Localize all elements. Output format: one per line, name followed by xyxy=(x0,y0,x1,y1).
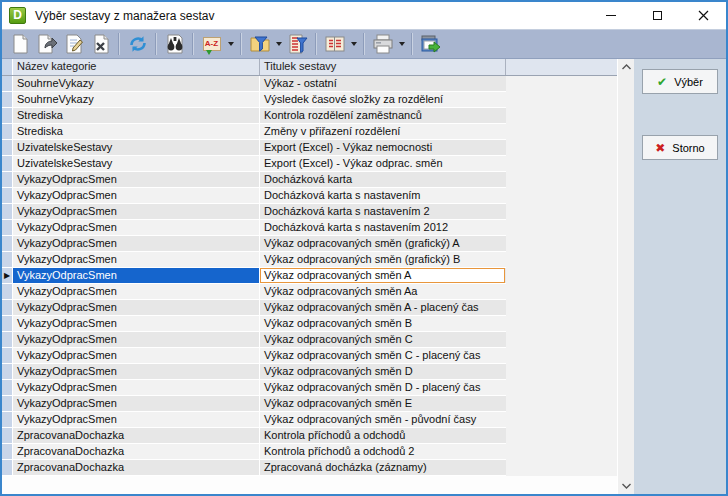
grid-cell-category[interactable]: UzivatelskeSestavy xyxy=(13,156,260,171)
print-dropdown[interactable] xyxy=(396,31,407,57)
table-row[interactable]: ▶ ZpracovanaDochazka Kontrola příchodů a… xyxy=(2,444,506,460)
columns-button[interactable] xyxy=(321,31,348,57)
table-row[interactable]: ▶ VykazyOdpracSmen Výkaz odpracovaných s… xyxy=(2,268,506,284)
grid-cell-title[interactable]: Výkaz odpracovaných směn A - placený čas xyxy=(260,300,505,315)
grid-cell-title[interactable]: Export (Excel) - Výkaz odprac. směn xyxy=(260,156,505,171)
table-row[interactable]: ▶ VykazyOdpracSmen Výkaz odpracovaných s… xyxy=(2,364,506,380)
grid-cell-title[interactable]: Výsledek časové složky za rozdělení xyxy=(260,92,505,107)
table-row[interactable]: ▶ VykazyOdpracSmen Výkaz odpracovaných s… xyxy=(2,412,506,428)
select-button[interactable]: ✔ Výběr xyxy=(642,69,718,94)
table-row[interactable]: ▶ SouhrneVykazy Výsledek časové složky z… xyxy=(2,92,506,108)
table-row[interactable]: ▶ VykazyOdpracSmen Výkaz odpracovaných s… xyxy=(2,380,506,396)
grid-cell-title[interactable]: Výkaz odpracovaných směn A xyxy=(260,268,505,283)
grid-cell-category[interactable]: VykazyOdpracSmen xyxy=(13,412,260,427)
sort-az-dropdown[interactable] xyxy=(225,31,236,57)
columns-dropdown[interactable] xyxy=(348,31,359,57)
grid-cell-title[interactable]: Výkaz odpracovaných směn (grafický) A xyxy=(260,236,505,251)
grid-cell-title[interactable]: Kontrola příchodů a odchodů xyxy=(260,428,505,443)
grid-cell-category[interactable]: VykazyOdpracSmen xyxy=(13,396,260,411)
maximize-button[interactable] xyxy=(634,2,680,29)
table-row[interactable]: ▶ UzivatelskeSestavy Export (Excel) - Vý… xyxy=(2,140,506,156)
find-button[interactable] xyxy=(161,31,188,57)
edit-report-button[interactable] xyxy=(60,31,87,57)
new-report-button[interactable] xyxy=(6,31,33,57)
table-row[interactable]: ▶ VykazyOdpracSmen Výkaz odpracovaných s… xyxy=(2,348,506,364)
grid-cell-category[interactable]: VykazyOdpracSmen xyxy=(13,380,260,395)
grid-cell-category[interactable]: VykazyOdpracSmen xyxy=(13,172,260,187)
grid-cell-category[interactable]: ZpracovanaDochazka xyxy=(13,444,260,459)
table-row[interactable]: ▶ ZpracovanaDochazka Kontrola příchodů a… xyxy=(2,428,506,444)
grid-cell-title[interactable]: Výkaz odpracovaných směn C - placený čas xyxy=(260,348,505,363)
grid-cell-category[interactable]: ZpracovanaDochazka xyxy=(13,460,260,475)
print-button[interactable] xyxy=(369,31,396,57)
grid-cell-title[interactable]: Výkaz odpracovaných směn B xyxy=(260,316,505,331)
grid-cell-category[interactable]: VykazyOdpracSmen xyxy=(13,364,260,379)
grid-cell-category[interactable]: VykazyOdpracSmen xyxy=(13,332,260,347)
column-header-title[interactable]: Titulek sestavy xyxy=(260,59,506,75)
grid-cell-category[interactable]: VykazyOdpracSmen xyxy=(13,268,260,283)
table-row[interactable]: ▶ VykazyOdpracSmen Výkaz odpracovaných s… xyxy=(2,396,506,412)
filter-conditions-button[interactable] xyxy=(284,31,311,57)
grid-cell-title[interactable]: Výkaz odpracovaných směn (grafický) B xyxy=(260,252,505,267)
scroll-down-button[interactable] xyxy=(618,478,635,494)
sort-az-button[interactable]: A-Z xyxy=(198,31,225,57)
table-row[interactable]: ▶ VykazyOdpracSmen Výkaz odpracovaných s… xyxy=(2,332,506,348)
table-row[interactable]: ▶ SouhrneVykazy Výkaz - ostatní xyxy=(2,76,506,92)
grid-cell-title[interactable]: Výkaz odpracovaných směn - původní časy xyxy=(260,412,505,427)
grid-cell-title[interactable]: Kontrola rozdělení zaměstnanců xyxy=(260,108,505,123)
table-row[interactable]: ▶ UzivatelskeSestavy Export (Excel) - Vý… xyxy=(2,156,506,172)
grid-cell-category[interactable]: VykazyOdpracSmen xyxy=(13,316,260,331)
grid-cell-title[interactable]: Docházková karta s nastavením 2012 xyxy=(260,220,505,235)
table-row[interactable]: ▶ VykazyOdpracSmen Výkaz odpracovaných s… xyxy=(2,284,506,300)
table-row[interactable]: ▶ VykazyOdpracSmen Výkaz odpracovaných s… xyxy=(2,236,506,252)
grid-cell-category[interactable]: VykazyOdpracSmen xyxy=(13,252,260,267)
grid-cell-title[interactable]: Změny v přiřazení rozdělení xyxy=(260,124,505,139)
grid-cell-category[interactable]: VykazyOdpracSmen xyxy=(13,220,260,235)
delete-report-button[interactable] xyxy=(87,31,114,57)
table-row[interactable]: ▶ ZpracovanaDochazka Zpracovaná docházka… xyxy=(2,460,506,476)
table-row[interactable]: ▶ VykazyOdpracSmen Docházková karta xyxy=(2,172,506,188)
filter-button[interactable] xyxy=(246,31,273,57)
grid-cell-category[interactable]: SouhrneVykazy xyxy=(13,92,260,107)
column-header-category[interactable]: Název kategorie xyxy=(13,59,260,75)
grid-cell-category[interactable]: VykazyOdpracSmen xyxy=(13,348,260,363)
table-row[interactable]: ▶ VykazyOdpracSmen Výkaz odpracovaných s… xyxy=(2,252,506,268)
grid-cell-category[interactable]: UzivatelskeSestavy xyxy=(13,140,260,155)
close-button[interactable] xyxy=(680,2,726,29)
grid-cell-title[interactable]: Export (Excel) - Výkaz nemocnosti xyxy=(260,140,505,155)
grid-cell-category[interactable]: VykazyOdpracSmen xyxy=(13,284,260,299)
grid-cell-title[interactable]: Docházková karta xyxy=(260,172,505,187)
grid-cell-category[interactable]: VykazyOdpracSmen xyxy=(13,204,260,219)
grid-cell-title[interactable]: Výkaz odpracovaných směn D - placený čas xyxy=(260,380,505,395)
scroll-up-button[interactable] xyxy=(618,59,635,75)
table-row[interactable]: ▶ VykazyOdpracSmen Docházková karta s na… xyxy=(2,204,506,220)
grid-cell-title[interactable]: Kontrola příchodů a odchodů 2 xyxy=(260,444,505,459)
grid-cell-category[interactable]: SouhrneVykazy xyxy=(13,76,260,91)
table-row[interactable]: ▶ VykazyOdpracSmen Výkaz odpracovaných s… xyxy=(2,316,506,332)
table-row[interactable]: ▶ VykazyOdpracSmen Docházková karta s na… xyxy=(2,220,506,236)
grid-cell-category[interactable]: Strediska xyxy=(13,108,260,123)
grid-cell-category[interactable]: VykazyOdpracSmen xyxy=(13,236,260,251)
grid-cell-title[interactable]: Docházková karta s nastavením 2 xyxy=(260,204,505,219)
grid-cell-title[interactable]: Výkaz odpracovaných směn D xyxy=(260,364,505,379)
vertical-scrollbar[interactable] xyxy=(617,59,634,494)
grid-cell-category[interactable]: VykazyOdpracSmen xyxy=(13,300,260,315)
table-row[interactable]: ▶ Strediska Kontrola rozdělení zaměstnan… xyxy=(2,108,506,124)
grid-cell-category[interactable]: ZpracovanaDochazka xyxy=(13,428,260,443)
export-button[interactable] xyxy=(417,31,444,57)
table-row[interactable]: ▶ Strediska Změny v přiřazení rozdělení xyxy=(2,124,506,140)
table-row[interactable]: ▶ VykazyOdpracSmen Výkaz odpracovaných s… xyxy=(2,300,506,316)
filter-dropdown[interactable] xyxy=(273,31,284,57)
table-row[interactable]: ▶ VykazyOdpracSmen Docházková karta s na… xyxy=(2,188,506,204)
refresh-button[interactable] xyxy=(124,31,151,57)
grid-cell-title[interactable]: Výkaz odpracovaných směn C xyxy=(260,332,505,347)
copy-report-button[interactable] xyxy=(33,31,60,57)
grid-cell-title[interactable]: Docházková karta s nastavením xyxy=(260,188,505,203)
grid-cell-category[interactable]: Strediska xyxy=(13,124,260,139)
grid-cell-title[interactable]: Výkaz odpracovaných směn E xyxy=(260,396,505,411)
grid-cell-title[interactable]: Výkaz odpracovaných směn Aa xyxy=(260,284,505,299)
grid-cell-title[interactable]: Výkaz - ostatní xyxy=(260,76,505,91)
grid-cell-category[interactable]: VykazyOdpracSmen xyxy=(13,188,260,203)
grid-cell-title[interactable]: Zpracovaná docházka (záznamy) xyxy=(260,460,505,475)
minimize-button[interactable] xyxy=(588,2,634,29)
